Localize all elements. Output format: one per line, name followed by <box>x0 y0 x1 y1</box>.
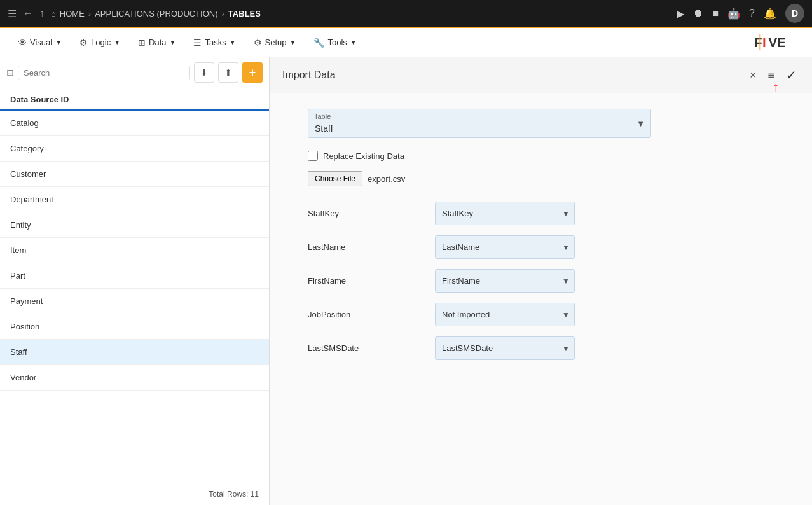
choose-file-button[interactable]: Choose File <box>308 171 362 186</box>
menu-icon[interactable]: ☰ <box>8 8 17 20</box>
replace-existing-row: Replace Existing Data <box>308 151 774 161</box>
field-row-lastname: LastName LastName ▼ <box>308 235 774 259</box>
replace-existing-label: Replace Existing Data <box>323 151 404 161</box>
list-item-vendor[interactable]: Vendor <box>0 365 269 391</box>
tab-visual[interactable]: 👁 Visual ▼ <box>10 34 69 52</box>
breadcrumb-sep-1: › <box>88 9 91 18</box>
tab-data[interactable]: ⊞ Data ▼ <box>130 34 183 52</box>
panel-title: Import Data <box>282 69 747 81</box>
bell-icon[interactable]: 🔔 <box>764 8 776 20</box>
list-item-label: Item <box>10 246 26 255</box>
stop-icon[interactable]: ■ <box>712 8 719 19</box>
field-select-container-jobposition: Not Imported ▼ <box>435 303 575 326</box>
tab-logic-label: Logic <box>91 38 111 47</box>
field-select-lastsmsdate[interactable]: LastSMSDate <box>435 336 575 360</box>
list-item-label: Customer <box>10 169 46 179</box>
tab-logic[interactable]: ⚙ Logic ▼ <box>72 34 128 52</box>
total-rows-label: Total Rows: 11 <box>209 490 259 499</box>
confirm-button[interactable]: ✓ <box>783 65 799 85</box>
tools-arrow-icon: ▼ <box>350 39 357 46</box>
list-item-entity[interactable]: Entity <box>0 212 269 238</box>
sidebar-toolbar: ⊟ ⬇ ⬆ + <box>0 57 269 88</box>
table-select[interactable]: Staff <box>308 109 651 138</box>
play-icon[interactable]: ▶ <box>677 8 684 20</box>
tab-data-label: Data <box>149 38 166 47</box>
sidebar-list: Catalog Category Customer Department Ent… <box>0 111 269 483</box>
left-sidebar: ⊟ ⬇ ⬆ + Data Source ID Catalog Category <box>0 57 270 505</box>
replace-existing-checkbox[interactable] <box>308 151 318 161</box>
close-button[interactable]: × <box>747 66 759 85</box>
right-panel: Import Data × ≡ ✓ Table Staff ▼ <box>270 57 812 505</box>
svg-text:I: I <box>762 34 766 49</box>
svg-text:F: F <box>754 34 762 49</box>
data-arrow-icon: ▼ <box>170 39 176 46</box>
list-item-staff[interactable]: Staff <box>0 340 269 365</box>
sidebar-header-label: Data Source ID <box>10 95 69 104</box>
breadcrumb-sep-2: › <box>222 9 224 18</box>
avatar[interactable]: D <box>785 4 804 23</box>
upload-button[interactable]: ⬆ <box>218 62 238 83</box>
menu-button[interactable]: ≡ <box>765 66 777 85</box>
tab-tools[interactable]: 🔧 Tools ▼ <box>306 34 364 52</box>
tab-setup[interactable]: ⚙ Setup ▼ <box>246 34 304 52</box>
field-select-lastname[interactable]: LastName <box>435 235 575 259</box>
field-label-lastname: LastName <box>308 242 435 252</box>
field-select-jobposition[interactable]: Not Imported <box>435 303 575 326</box>
breadcrumb: ⌂ HOME › APPLICATIONS (PRODUCTION) › TAB… <box>51 9 261 18</box>
file-name-label: export.csv <box>368 174 405 184</box>
field-label-lastsmsdate: LastSMSDate <box>308 343 435 353</box>
tab-visual-label: Visual <box>30 38 52 47</box>
preview-icon[interactable]: ⏺ <box>693 8 703 19</box>
list-item-label: Category <box>10 144 44 153</box>
help-icon[interactable]: ? <box>749 8 755 19</box>
visual-icon: 👁 <box>18 38 27 48</box>
add-button[interactable]: + <box>242 62 263 83</box>
list-item-department[interactable]: Department <box>0 187 269 212</box>
field-row-staffkey: StaffKey StaffKey ▼ <box>308 202 774 225</box>
search-container <box>18 66 190 80</box>
table-field-group: Table Staff ▼ <box>308 109 774 138</box>
list-item-category[interactable]: Category <box>0 136 269 162</box>
app-label[interactable]: APPLICATIONS (PRODUCTION) <box>95 9 217 18</box>
table-select-container: Table Staff ▼ <box>308 109 651 138</box>
robot-icon[interactable]: 🤖 <box>727 8 740 20</box>
svg-text:VE: VE <box>769 34 786 49</box>
panel-header: Import Data × ≡ ✓ <box>270 57 812 93</box>
list-item-label: Catalog <box>10 118 39 128</box>
tab-tools-label: Tools <box>327 38 347 47</box>
list-item-part[interactable]: Part <box>0 263 269 289</box>
logic-icon: ⚙ <box>79 38 88 48</box>
field-select-firstname[interactable]: FirstName <box>435 269 575 293</box>
sidebar-footer: Total Rows: 11 <box>0 483 269 505</box>
field-select-container-firstname: FirstName ▼ <box>435 269 575 293</box>
panel-actions: × ≡ ✓ <box>747 65 799 85</box>
home-label[interactable]: HOME <box>60 9 85 18</box>
tables-label[interactable]: TABLES <box>228 9 261 18</box>
field-label-jobposition: JobPosition <box>308 310 435 319</box>
five-logo: F I VE <box>754 34 802 52</box>
field-select-staffkey[interactable]: StaffKey <box>435 202 575 225</box>
file-row: Choose File export.csv <box>308 171 774 186</box>
tasks-icon: ☰ <box>193 38 202 48</box>
list-item-label: Part <box>10 271 25 280</box>
list-item-label: Payment <box>10 296 43 306</box>
back-icon[interactable]: ← <box>23 8 33 19</box>
logic-arrow-icon: ▼ <box>114 39 120 46</box>
list-item-payment[interactable]: Payment <box>0 289 269 314</box>
field-row-lastsmsdate: LastSMSDate LastSMSDate ▼ <box>308 336 774 360</box>
list-item-label: Entity <box>10 220 31 230</box>
up-icon[interactable]: ↑ <box>39 8 45 19</box>
field-row-firstname: FirstName FirstName ▼ <box>308 269 774 293</box>
list-item-label: Vendor <box>10 373 36 382</box>
list-item-customer[interactable]: Customer <box>0 162 269 187</box>
tools-icon: 🔧 <box>313 38 324 48</box>
list-item-catalog[interactable]: Catalog <box>0 111 269 136</box>
list-item-label: Position <box>10 322 39 331</box>
search-input[interactable] <box>24 68 184 78</box>
tab-tasks[interactable]: ☰ Tasks ▼ <box>186 34 243 52</box>
list-item-item[interactable]: Item <box>0 238 269 263</box>
list-item-position[interactable]: Position <box>0 314 269 340</box>
table-label: Table <box>314 113 331 120</box>
download-button[interactable]: ⬇ <box>194 62 214 83</box>
field-select-container-lastsmsdate: LastSMSDate ▼ <box>435 336 575 360</box>
